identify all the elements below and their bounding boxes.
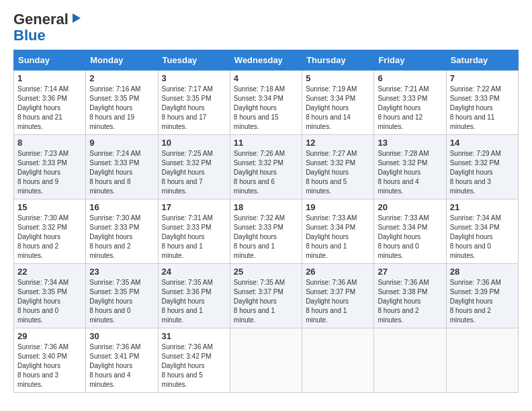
calendar-cell: 23Sunrise: 7:35 AMSunset: 3:35 PMDayligh… bbox=[86, 264, 158, 328]
day-info: Sunrise: 7:31 AMSunset: 3:33 PMDaylight … bbox=[162, 214, 226, 261]
day-info: Sunrise: 7:30 AMSunset: 3:32 PMDaylight … bbox=[17, 214, 82, 261]
calendar-cell: 3Sunrise: 7:17 AMSunset: 3:35 PMDaylight… bbox=[158, 71, 230, 135]
day-number: 12 bbox=[306, 138, 370, 148]
day-number: 5 bbox=[306, 73, 370, 83]
day-info: Sunrise: 7:33 AMSunset: 3:34 PMDaylight … bbox=[306, 214, 370, 261]
calendar-cell: 24Sunrise: 7:35 AMSunset: 3:36 PMDayligh… bbox=[158, 264, 230, 328]
day-info: Sunrise: 7:32 AMSunset: 3:33 PMDaylight … bbox=[234, 214, 298, 261]
day-number: 10 bbox=[162, 138, 226, 148]
calendar-cell: 29Sunrise: 7:36 AMSunset: 3:40 PMDayligh… bbox=[14, 328, 86, 393]
day-number: 7 bbox=[450, 73, 515, 83]
day-number: 29 bbox=[17, 331, 82, 341]
day-info: Sunrise: 7:30 AMSunset: 3:33 PMDaylight … bbox=[89, 214, 154, 261]
day-number: 23 bbox=[89, 267, 154, 277]
weekday-header-tuesday: Tuesday bbox=[158, 50, 230, 71]
day-info: Sunrise: 7:34 AMSunset: 3:35 PMDaylight … bbox=[17, 278, 82, 325]
day-number: 20 bbox=[378, 202, 442, 212]
day-info: Sunrise: 7:33 AMSunset: 3:34 PMDaylight … bbox=[378, 214, 442, 261]
calendar-cell: 17Sunrise: 7:31 AMSunset: 3:33 PMDayligh… bbox=[158, 199, 230, 264]
weekday-header-saturday: Saturday bbox=[446, 50, 518, 71]
day-number: 1 bbox=[17, 73, 82, 83]
day-number: 3 bbox=[162, 73, 226, 83]
day-number: 2 bbox=[89, 73, 154, 83]
calendar-cell: 18Sunrise: 7:32 AMSunset: 3:33 PMDayligh… bbox=[230, 199, 302, 264]
day-number: 21 bbox=[450, 202, 515, 212]
day-number: 25 bbox=[234, 267, 298, 277]
calendar-cell: 27Sunrise: 7:36 AMSunset: 3:38 PMDayligh… bbox=[374, 264, 446, 328]
day-info: Sunrise: 7:16 AMSunset: 3:35 PMDaylight … bbox=[89, 85, 154, 132]
calendar-cell: 2Sunrise: 7:16 AMSunset: 3:35 PMDaylight… bbox=[86, 71, 158, 135]
calendar-week-row: 8Sunrise: 7:23 AMSunset: 3:33 PMDaylight… bbox=[14, 135, 519, 199]
calendar-cell bbox=[446, 328, 518, 393]
svg-marker-0 bbox=[73, 13, 81, 23]
calendar-cell: 7Sunrise: 7:22 AMSunset: 3:33 PMDaylight… bbox=[446, 71, 518, 135]
calendar-cell: 9Sunrise: 7:24 AMSunset: 3:33 PMDaylight… bbox=[86, 135, 158, 199]
day-info: Sunrise: 7:36 AMSunset: 3:40 PMDaylight … bbox=[17, 342, 82, 390]
day-number: 22 bbox=[17, 267, 82, 277]
day-info: Sunrise: 7:36 AMSunset: 3:38 PMDaylight … bbox=[378, 278, 442, 325]
day-number: 26 bbox=[306, 267, 370, 277]
day-number: 19 bbox=[306, 202, 370, 212]
day-info: Sunrise: 7:36 AMSunset: 3:37 PMDaylight … bbox=[306, 278, 370, 325]
calendar-cell: 6Sunrise: 7:21 AMSunset: 3:33 PMDaylight… bbox=[374, 71, 446, 135]
logo-arrow-icon bbox=[70, 12, 82, 24]
day-number: 16 bbox=[89, 202, 154, 212]
calendar-week-row: 15Sunrise: 7:30 AMSunset: 3:32 PMDayligh… bbox=[14, 199, 519, 264]
calendar-cell: 22Sunrise: 7:34 AMSunset: 3:35 PMDayligh… bbox=[14, 264, 86, 328]
day-number: 9 bbox=[89, 138, 154, 148]
day-info: Sunrise: 7:35 AMSunset: 3:36 PMDaylight … bbox=[162, 278, 226, 325]
day-info: Sunrise: 7:36 AMSunset: 3:41 PMDaylight … bbox=[89, 342, 154, 390]
day-number: 15 bbox=[17, 202, 82, 212]
calendar-header-row: SundayMondayTuesdayWednesdayThursdayFrid… bbox=[14, 50, 519, 71]
day-info: Sunrise: 7:21 AMSunset: 3:33 PMDaylight … bbox=[378, 85, 442, 132]
day-info: Sunrise: 7:36 AMSunset: 3:42 PMDaylight … bbox=[162, 342, 226, 390]
day-number: 17 bbox=[162, 202, 226, 212]
calendar-week-row: 29Sunrise: 7:36 AMSunset: 3:40 PMDayligh… bbox=[14, 328, 519, 393]
day-number: 30 bbox=[89, 331, 154, 341]
day-info: Sunrise: 7:24 AMSunset: 3:33 PMDaylight … bbox=[89, 149, 154, 196]
calendar-week-row: 22Sunrise: 7:34 AMSunset: 3:35 PMDayligh… bbox=[14, 264, 519, 328]
day-info: Sunrise: 7:26 AMSunset: 3:32 PMDaylight … bbox=[234, 149, 298, 196]
logo-blue-text: Blue bbox=[13, 27, 46, 44]
day-info: Sunrise: 7:28 AMSunset: 3:32 PMDaylight … bbox=[378, 149, 442, 196]
day-number: 13 bbox=[378, 138, 442, 148]
day-info: Sunrise: 7:35 AMSunset: 3:37 PMDaylight … bbox=[234, 278, 298, 325]
calendar-cell: 5Sunrise: 7:19 AMSunset: 3:34 PMDaylight… bbox=[302, 71, 374, 135]
day-info: Sunrise: 7:22 AMSunset: 3:33 PMDaylight … bbox=[450, 85, 515, 132]
calendar-cell: 4Sunrise: 7:18 AMSunset: 3:34 PMDaylight… bbox=[230, 71, 302, 135]
day-info: Sunrise: 7:23 AMSunset: 3:33 PMDaylight … bbox=[17, 149, 82, 196]
calendar-cell: 19Sunrise: 7:33 AMSunset: 3:34 PMDayligh… bbox=[302, 199, 374, 264]
calendar-cell: 10Sunrise: 7:25 AMSunset: 3:32 PMDayligh… bbox=[158, 135, 230, 199]
calendar-week-row: 1Sunrise: 7:14 AMSunset: 3:36 PMDaylight… bbox=[14, 71, 519, 135]
day-number: 8 bbox=[17, 138, 82, 148]
day-info: Sunrise: 7:18 AMSunset: 3:34 PMDaylight … bbox=[234, 85, 298, 132]
day-number: 31 bbox=[162, 331, 226, 341]
calendar-cell: 11Sunrise: 7:26 AMSunset: 3:32 PMDayligh… bbox=[230, 135, 302, 199]
calendar-cell: 1Sunrise: 7:14 AMSunset: 3:36 PMDaylight… bbox=[14, 71, 86, 135]
day-info: Sunrise: 7:27 AMSunset: 3:32 PMDaylight … bbox=[306, 149, 370, 196]
calendar-cell: 20Sunrise: 7:33 AMSunset: 3:34 PMDayligh… bbox=[374, 199, 446, 264]
weekday-header-wednesday: Wednesday bbox=[230, 50, 302, 71]
day-info: Sunrise: 7:36 AMSunset: 3:39 PMDaylight … bbox=[450, 278, 515, 325]
calendar-cell: 14Sunrise: 7:29 AMSunset: 3:32 PMDayligh… bbox=[446, 135, 518, 199]
day-number: 11 bbox=[234, 138, 298, 148]
day-info: Sunrise: 7:25 AMSunset: 3:32 PMDaylight … bbox=[162, 149, 226, 196]
day-number: 4 bbox=[234, 73, 298, 83]
day-info: Sunrise: 7:14 AMSunset: 3:36 PMDaylight … bbox=[17, 85, 82, 132]
weekday-header-friday: Friday bbox=[374, 50, 446, 71]
calendar-cell: 28Sunrise: 7:36 AMSunset: 3:39 PMDayligh… bbox=[446, 264, 518, 328]
weekday-header-sunday: Sunday bbox=[14, 50, 86, 71]
calendar-cell bbox=[230, 328, 302, 393]
calendar-cell: 31Sunrise: 7:36 AMSunset: 3:42 PMDayligh… bbox=[158, 328, 230, 393]
day-number: 27 bbox=[378, 267, 442, 277]
day-info: Sunrise: 7:17 AMSunset: 3:35 PMDaylight … bbox=[162, 85, 226, 132]
day-info: Sunrise: 7:35 AMSunset: 3:35 PMDaylight … bbox=[89, 278, 154, 325]
calendar-cell: 13Sunrise: 7:28 AMSunset: 3:32 PMDayligh… bbox=[374, 135, 446, 199]
weekday-header-thursday: Thursday bbox=[302, 50, 374, 71]
calendar-cell: 26Sunrise: 7:36 AMSunset: 3:37 PMDayligh… bbox=[302, 264, 374, 328]
calendar-table: SundayMondayTuesdayWednesdayThursdayFrid… bbox=[13, 50, 519, 393]
weekday-header-monday: Monday bbox=[86, 50, 158, 71]
day-number: 24 bbox=[162, 267, 226, 277]
day-number: 6 bbox=[378, 73, 442, 83]
calendar-cell: 25Sunrise: 7:35 AMSunset: 3:37 PMDayligh… bbox=[230, 264, 302, 328]
